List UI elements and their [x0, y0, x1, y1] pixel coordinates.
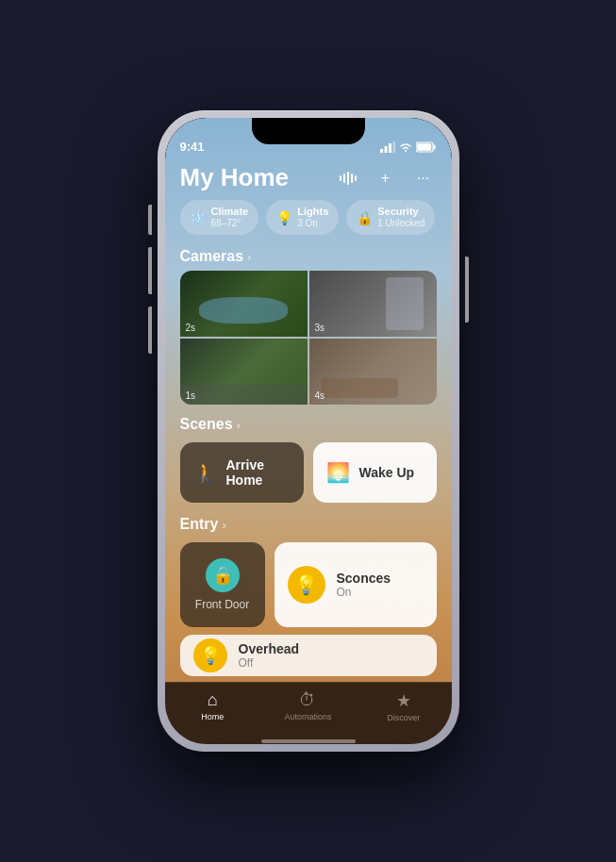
- security-label: Security: [377, 206, 425, 218]
- signal-icon: [380, 141, 395, 153]
- tab-bar: ⌂ Home ⏱ Automations ★ Discover: [165, 682, 452, 738]
- security-value: 1 Unlocked: [377, 218, 425, 229]
- wake-up-label: Wake Up: [359, 465, 415, 480]
- svg-rect-0: [380, 149, 383, 153]
- discover-tab-label: Discover: [387, 713, 420, 722]
- overhead-status: Off: [239, 656, 300, 670]
- climate-value: 68–72°: [211, 218, 249, 229]
- overhead-icon: 💡: [193, 638, 227, 672]
- waveform-icon: [340, 171, 357, 186]
- home-tab-label: Home: [201, 712, 224, 721]
- camera-2[interactable]: 3s: [309, 271, 437, 337]
- arrive-home-icon: 🚶: [193, 461, 217, 484]
- scenes-title: Scenes: [180, 416, 233, 433]
- arrive-home-label: Arrive Home: [226, 457, 291, 488]
- home-indicator-bar: [261, 739, 356, 743]
- entry-section: Entry › 🔒 Front Door 💡 Sconces On: [165, 506, 452, 676]
- climate-icon: ❄️: [191, 210, 207, 225]
- camera-3[interactable]: 1s: [180, 339, 308, 405]
- home-tab-icon: ⌂: [208, 690, 218, 710]
- app-header: My Home + ···: [165, 159, 452, 200]
- camera-1-label: 2s: [186, 323, 196, 333]
- security-icon: 🔒: [357, 210, 373, 225]
- scenes-chevron: ›: [237, 418, 241, 432]
- front-door-label: Front Door: [195, 598, 249, 611]
- tab-automations[interactable]: ⏱ Automations: [260, 690, 356, 721]
- front-door-card[interactable]: 🔒 Front Door: [180, 542, 265, 627]
- tab-home[interactable]: ⌂ Home: [165, 690, 260, 721]
- camera-3-label: 1s: [186, 390, 196, 401]
- status-time: 9:41: [180, 140, 205, 154]
- cameras-chevron: ›: [247, 250, 251, 264]
- waveform-button[interactable]: [335, 165, 361, 191]
- overhead-label: Overhead: [239, 641, 300, 656]
- entry-chevron: ›: [222, 518, 225, 532]
- svg-rect-3: [392, 141, 395, 153]
- svg-rect-5: [433, 144, 435, 149]
- automations-tab-label: Automations: [284, 712, 331, 721]
- entry-title: Entry: [180, 516, 219, 533]
- lights-pill[interactable]: 💡 Lights 3 On: [266, 200, 339, 235]
- lock-icon: 🔒: [206, 558, 240, 592]
- entry-section-header[interactable]: Entry ›: [165, 512, 452, 539]
- climate-label: Climate: [211, 206, 249, 218]
- add-button[interactable]: +: [373, 165, 399, 191]
- cameras-title: Cameras: [180, 248, 244, 265]
- discover-tab-icon: ★: [396, 690, 411, 711]
- climate-pill[interactable]: ❄️ Climate 68–72°: [180, 200, 259, 235]
- sconces-icon: 💡: [288, 566, 325, 604]
- lights-icon: 💡: [276, 210, 292, 225]
- page-title: My Home: [180, 163, 290, 192]
- camera-2-label: 3s: [315, 323, 325, 333]
- arrive-home-scene[interactable]: 🚶 Arrive Home: [180, 442, 304, 503]
- wifi-icon: [399, 141, 412, 153]
- home-indicator: [165, 738, 452, 744]
- lights-label: Lights: [297, 206, 328, 218]
- overhead-card[interactable]: 💡 Overhead Off: [180, 635, 437, 676]
- sconces-status: On: [337, 586, 391, 599]
- cameras-section-header[interactable]: Cameras ›: [165, 244, 452, 271]
- svg-rect-2: [389, 143, 391, 153]
- scenes-section-header[interactable]: Scenes ›: [165, 412, 452, 439]
- svg-rect-6: [417, 143, 431, 151]
- camera-1[interactable]: 2s: [180, 271, 308, 337]
- camera-4-label: 4s: [315, 390, 325, 401]
- svg-rect-1: [384, 146, 387, 153]
- lights-value: 3 On: [297, 218, 328, 229]
- camera-grid: 2s 3s 1s 4s: [180, 271, 437, 405]
- more-button[interactable]: ···: [410, 165, 437, 191]
- automations-tab-icon: ⏱: [299, 690, 316, 710]
- scenes-section: Scenes › 🚶 Arrive Home 🌅 Wake Up: [165, 405, 452, 506]
- battery-icon: [416, 141, 437, 153]
- wake-up-scene[interactable]: 🌅 Wake Up: [313, 442, 437, 503]
- security-pill[interactable]: 🔒 Security 1 Unlocked: [346, 200, 435, 235]
- tab-discover[interactable]: ★ Discover: [356, 690, 451, 722]
- sconces-card[interactable]: 💡 Sconces On: [275, 542, 437, 627]
- wake-up-icon: 🌅: [326, 461, 350, 484]
- sconces-label: Sconces: [337, 571, 391, 586]
- category-pills: ❄️ Climate 68–72° 💡 Lights 3 On: [165, 200, 452, 244]
- camera-4[interactable]: 4s: [309, 339, 437, 405]
